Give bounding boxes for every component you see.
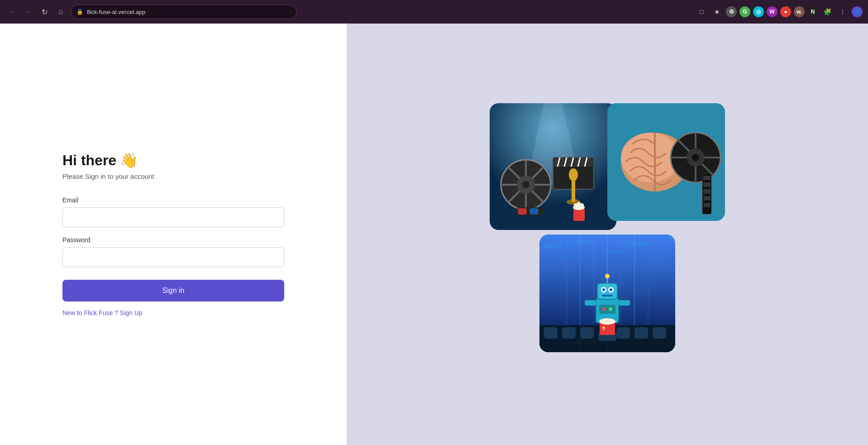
ext-w1-icon[interactable]: W bbox=[767, 6, 777, 17]
svg-rect-25 bbox=[529, 208, 539, 215]
svg-point-80 bbox=[605, 274, 610, 278]
svg-rect-81 bbox=[585, 300, 596, 306]
home-button[interactable]: ⌂ bbox=[54, 5, 67, 18]
password-input[interactable] bbox=[62, 247, 284, 267]
svg-point-87 bbox=[602, 307, 606, 311]
extensions-button[interactable]: 🧩 bbox=[821, 5, 834, 18]
signup-link[interactable]: New to Flick Fuse ? Sign Up bbox=[62, 309, 143, 316]
ext-google-icon[interactable]: G bbox=[739, 6, 750, 17]
right-panel: 01001010 11010101 00101101 10110010 0110… bbox=[347, 24, 868, 445]
svg-point-77 bbox=[610, 288, 612, 291]
svg-point-84 bbox=[599, 318, 615, 325]
svg-rect-67 bbox=[580, 327, 594, 339]
svg-point-22 bbox=[569, 168, 578, 181]
svg-point-76 bbox=[602, 288, 605, 291]
svg-point-88 bbox=[609, 307, 612, 311]
svg-text:🍿: 🍿 bbox=[601, 326, 606, 330]
url-text: flick-fuse-ai.vercel.app bbox=[87, 9, 145, 15]
svg-point-30 bbox=[580, 203, 584, 207]
password-form-group: Password bbox=[62, 236, 284, 267]
svg-rect-45 bbox=[703, 176, 711, 180]
svg-rect-65 bbox=[544, 327, 558, 339]
address-bar[interactable]: 🔒 flick-fuse-ai.vercel.app bbox=[71, 5, 297, 19]
ext-settings-icon[interactable]: ⚙ bbox=[726, 6, 737, 17]
brain-image bbox=[607, 103, 725, 221]
ext-dot-icon[interactable]: ● bbox=[780, 6, 791, 17]
svg-text:00101101: 00101101 bbox=[576, 240, 593, 244]
ext-circle-icon[interactable]: ◎ bbox=[753, 6, 764, 17]
login-form-container: Hi there 👋 Please Sign in to your accoun… bbox=[62, 152, 284, 317]
svg-text:11001011: 11001011 bbox=[648, 257, 663, 260]
sign-in-button[interactable]: Sign in bbox=[62, 280, 284, 301]
browser-toolbar-right: □ ★ ⚙ G ◎ W ● w. N 🧩 ⋮ 👤 bbox=[695, 5, 863, 18]
greeting-text: Hi there bbox=[62, 152, 116, 169]
wave-emoji: 👋 bbox=[120, 152, 138, 169]
svg-text:10110010: 10110010 bbox=[607, 250, 623, 254]
svg-rect-68 bbox=[616, 327, 630, 339]
svg-rect-73 bbox=[597, 283, 617, 299]
profile-avatar[interactable]: 👤 bbox=[852, 6, 863, 17]
greeting-heading: Hi there 👋 bbox=[62, 152, 284, 169]
svg-text:11010101: 11010101 bbox=[558, 254, 573, 258]
screen-share-button[interactable]: □ bbox=[695, 5, 708, 18]
forward-button[interactable]: → bbox=[22, 5, 34, 18]
svg-rect-82 bbox=[619, 300, 630, 306]
svg-rect-46 bbox=[703, 182, 711, 187]
email-label: Email bbox=[62, 196, 284, 204]
svg-rect-70 bbox=[653, 327, 666, 339]
svg-point-37 bbox=[692, 154, 699, 161]
back-button[interactable]: ← bbox=[5, 5, 18, 18]
image-collage: 01001010 11010101 00101101 10110010 0110… bbox=[476, 103, 739, 366]
email-form-group: Email bbox=[62, 196, 284, 227]
password-label: Password bbox=[62, 236, 284, 244]
svg-rect-47 bbox=[703, 189, 711, 194]
page-container: Hi there 👋 Please Sign in to your accoun… bbox=[0, 24, 868, 445]
reload-button[interactable]: ↻ bbox=[38, 5, 51, 18]
svg-rect-48 bbox=[703, 196, 711, 201]
svg-rect-78 bbox=[602, 295, 613, 297]
robot-cinema-image: 01001010 11010101 00101101 10110010 0110… bbox=[539, 234, 675, 352]
more-menu-button[interactable]: ⋮ bbox=[836, 5, 849, 18]
svg-rect-69 bbox=[634, 327, 648, 339]
svg-rect-66 bbox=[562, 327, 576, 339]
ext-n-icon[interactable]: N bbox=[807, 6, 818, 17]
svg-text:01001010: 01001010 bbox=[544, 245, 562, 249]
svg-rect-24 bbox=[518, 208, 527, 215]
cinema-image bbox=[490, 103, 616, 230]
svg-rect-49 bbox=[703, 203, 711, 207]
svg-point-4 bbox=[522, 181, 529, 188]
svg-rect-86 bbox=[599, 305, 615, 314]
lock-icon: 🔒 bbox=[76, 9, 83, 15]
ext-w2-icon[interactable]: w. bbox=[794, 6, 805, 17]
svg-text:01101001: 01101001 bbox=[630, 243, 648, 247]
browser-chrome: ← → ↻ ⌂ 🔒 flick-fuse-ai.vercel.app □ ★ ⚙… bbox=[0, 0, 868, 24]
email-input[interactable] bbox=[62, 207, 284, 227]
bookmark-button[interactable]: ★ bbox=[711, 5, 723, 18]
left-panel: Hi there 👋 Please Sign in to your accoun… bbox=[0, 24, 347, 445]
subtitle-text: Please Sign in to your account bbox=[62, 172, 284, 180]
